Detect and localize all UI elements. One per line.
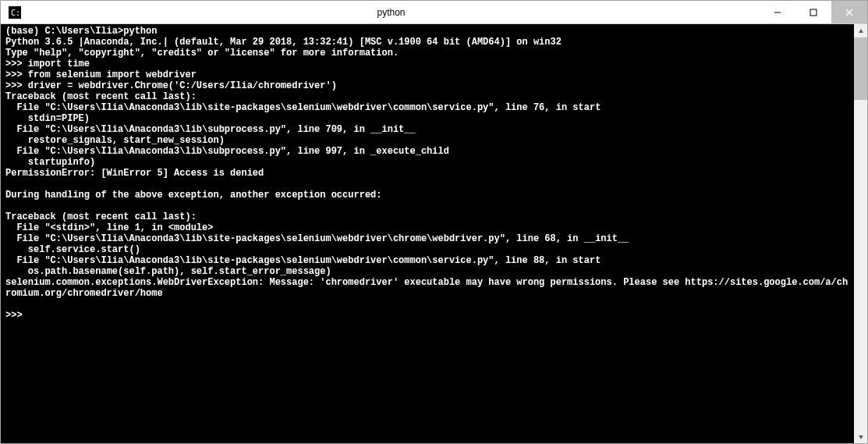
svg-text:C:: C: [11,9,20,17]
terminal-line: Traceback (most recent call last): [5,91,849,102]
terminal-line: startupinfo) [5,157,849,168]
vertical-scrollbar[interactable] [854,24,867,443]
terminal-line: Traceback (most recent call last): [5,211,849,222]
terminal-output[interactable]: (base) C:\Users\Ilia>pythonPython 3.6.5 … [1,24,854,443]
terminal-line: >>> driver = webdriver.Chrome('C:/Users/… [5,80,849,91]
app-icon: C: [7,5,23,20]
scroll-thumb[interactable] [854,37,867,100]
scroll-track[interactable] [854,37,867,430]
terminal-line: File "<stdin>", line 1, in <module> [5,222,849,233]
maximize-button[interactable] [795,1,831,23]
terminal-line: Type "help", "copyright", "credits" or "… [5,48,849,59]
window-title: python [23,7,760,18]
minimize-button[interactable] [760,1,795,23]
terminal-line: self.service.start() [5,244,849,255]
terminal-line: >>> [5,310,849,321]
terminal-line: >>> from selenium import webdriver [5,69,849,80]
terminal-line: File "C:\Users\Ilia\Anaconda3\lib\site-p… [5,102,849,113]
terminal-line: (base) C:\Users\Ilia>python [5,26,849,37]
svg-marker-6 [859,29,863,33]
svg-marker-7 [859,435,863,439]
terminal-line: stdin=PIPE) [5,113,849,124]
terminal-line [5,299,849,310]
close-button[interactable] [831,1,867,23]
terminal-line: File "C:\Users\Ilia\Anaconda3\lib\subpro… [5,124,849,135]
content-area: (base) C:\Users\Ilia>pythonPython 3.6.5 … [1,24,867,443]
terminal-line: >>> import time [5,59,849,69]
titlebar[interactable]: C: python [1,1,867,24]
window-controls [760,1,867,23]
terminal-line: restore_signals, start_new_session) [5,135,849,146]
terminal-line: During handling of the above exception, … [5,190,849,201]
terminal-line: File "C:\Users\Ilia\Anaconda3\lib\site-p… [5,255,849,266]
terminal-line [5,201,849,211]
terminal-line: File "C:\Users\Ilia\Anaconda3\lib\site-p… [5,233,849,244]
terminal-line: File "C:\Users\Ilia\Anaconda3\lib\subpro… [5,146,849,157]
terminal-line: os.path.basename(self.path), self.start_… [5,266,849,277]
svg-rect-3 [810,9,817,16]
terminal-line: PermissionError: [WinError 5] Access is … [5,168,849,179]
terminal-line: Python 3.6.5 |Anaconda, Inc.| (default, … [5,37,849,48]
application-window: C: python (base) C:\Users\Ilia>pythonPyt… [0,0,868,444]
terminal-line: selenium.common.exceptions.WebDriverExce… [5,277,849,299]
scroll-down-button[interactable] [854,430,867,443]
scroll-up-button[interactable] [854,24,867,37]
terminal-line [5,179,849,190]
